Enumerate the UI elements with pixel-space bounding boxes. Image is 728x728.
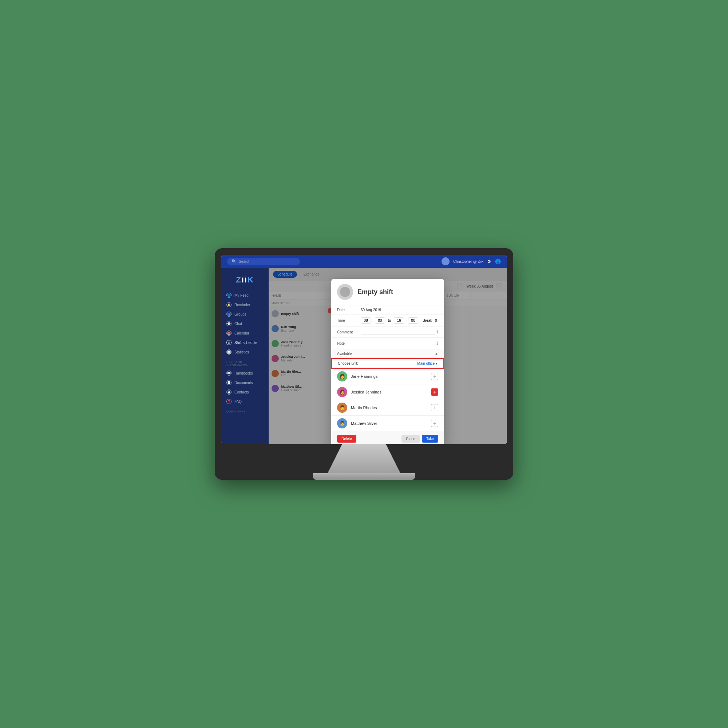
add-person-button[interactable]: + (431, 373, 438, 380)
add-person-active-button[interactable]: + (431, 388, 438, 396)
person-name: Matthew Silver (351, 421, 427, 425)
monitor-base (313, 473, 415, 480)
sidebar-item-shift-schedule[interactable]: ⊞ Shift schedule (221, 338, 269, 347)
unit-select[interactable]: Main office ▾ (417, 361, 437, 366)
available-row[interactable]: Available ▲ (331, 349, 444, 358)
date-value: 30 Aug 2019 (361, 308, 438, 312)
modal-title: Empty shift (358, 288, 393, 296)
close-button[interactable]: Close (401, 435, 420, 443)
app-body: ZiiK 🌐 My Feed 🔔 Reminder 👥 Groups 💬 Cha… (221, 268, 507, 444)
time-to-hour[interactable]: 16 (394, 317, 404, 324)
time-from-hour[interactable]: 08 (361, 317, 371, 324)
person-name: Jane Hannings (351, 374, 427, 379)
sidebar-label-my-feed: My Feed (234, 294, 249, 297)
sidebar-item-my-feed[interactable]: 🌐 My Feed (221, 291, 269, 300)
choose-unit-bar[interactable]: Choose unit: Main office ▾ (331, 358, 444, 369)
empty-shift-modal: Empty shift Date 30 Aug 2019 Time (331, 279, 444, 444)
navbar: 🔍 Search Christopher @ Ziik ⚙ 🌐 (221, 255, 507, 268)
content-area: Schedule Exchange ‹ Week 35 August › NAM… (269, 268, 507, 444)
time-group: 08 : 00 to 16 : 00 Break 0 (361, 317, 437, 324)
take-button[interactable]: Take (422, 435, 438, 443)
sidebar-label-handbooks: Handbooks (234, 371, 253, 375)
bar-chart-icon: 📊 (226, 349, 231, 355)
sidebar-label-shift-schedule: Shift schedule (234, 341, 257, 345)
globe-icon: 🌐 (226, 293, 231, 298)
info-icon: ℹ (436, 341, 438, 346)
sidebar-label-reminder: Reminder (234, 303, 250, 307)
modal-header: Empty shift (331, 279, 444, 305)
sidebar: ZiiK 🌐 My Feed 🔔 Reminder 👥 Groups 💬 Cha… (221, 268, 269, 444)
chevron-up-icon: ▲ (434, 352, 438, 356)
note-label: Note (337, 341, 361, 346)
avatar: 👩 (337, 371, 347, 381)
avatar: 👩 (337, 387, 347, 397)
date-label: Date (337, 308, 361, 312)
delete-button[interactable]: Delete (337, 435, 356, 443)
search-bar[interactable]: 🔍 Search (227, 258, 300, 265)
comment-label: Comment (337, 330, 361, 334)
break-value: 0 (435, 318, 437, 323)
date-field: Date 30 Aug 2019 (331, 305, 444, 315)
globe-icon[interactable]: 🌐 (495, 259, 501, 264)
note-field: Note ℹ (331, 338, 444, 349)
quicklinks-label: QUICKLINKS (221, 406, 269, 414)
comment-field: Comment ℹ (331, 327, 444, 338)
time-to-label: to (388, 318, 391, 323)
sidebar-item-handbooks[interactable]: 📖 Handbooks (221, 369, 269, 378)
time-to-min[interactable]: 00 (408, 317, 418, 324)
sidebar-label-chat: Chat (234, 322, 242, 326)
break-label: Break (423, 318, 432, 323)
time-field: Time 08 : 00 to 16 : 00 Break (331, 315, 444, 327)
help-section-label: HELP AND INFORMATION (221, 357, 269, 369)
choose-unit-label: Choose unit: (338, 361, 358, 366)
footer-btn-group: Close Take (401, 435, 438, 443)
sidebar-item-calendar[interactable]: 📅 Calendar (221, 328, 269, 338)
avatar: 👨 (337, 402, 347, 413)
list-item: 👩 Jane Hannings + (331, 369, 444, 384)
person-name: Jessica Jennings (351, 390, 427, 394)
sidebar-label-documents: Documents (234, 381, 253, 385)
sidebar-item-documents[interactable]: 📄 Documents (221, 378, 269, 387)
faq-icon: ❓ (226, 399, 231, 404)
monitor-stand (327, 444, 401, 473)
sidebar-item-chat[interactable]: 💬 Chat (221, 319, 269, 328)
document-icon: 📄 (226, 380, 231, 385)
note-input[interactable] (361, 340, 435, 346)
add-person-button[interactable]: + (431, 404, 438, 411)
add-person-button[interactable]: + (431, 420, 438, 427)
nav-right: Christopher @ Ziik ⚙ 🌐 (442, 257, 501, 265)
person-name: Martin Rhodes (351, 405, 427, 410)
time-from-min[interactable]: 00 (375, 317, 385, 324)
list-item: 👨 Martin Rhodes + (331, 400, 444, 416)
available-label: Available (337, 352, 352, 356)
time-label: Time (337, 318, 361, 323)
chat-icon: 💬 (226, 321, 231, 326)
sidebar-label-contacts: Contacts (234, 390, 249, 394)
sidebar-label-groups: Groups (234, 312, 246, 316)
sidebar-item-contacts[interactable]: 📇 Contacts (221, 387, 269, 397)
search-placeholder: Search (239, 260, 251, 263)
avatar: 👨 (337, 418, 347, 428)
username-label: Christopher @ Ziik (453, 260, 483, 263)
sidebar-label-faq: FAQ (234, 400, 242, 404)
sidebar-item-reminder[interactable]: 🔔 Reminder (221, 300, 269, 309)
avatar (442, 257, 450, 265)
modal-overlay: Empty shift Date 30 Aug 2019 Time (269, 268, 507, 444)
list-item: 👩 Jessica Jennings + (331, 384, 444, 400)
monitor-screen: 🔍 Search Christopher @ Ziik ⚙ 🌐 ZiiK 🌐 M… (221, 255, 507, 444)
monitor: 🔍 Search Christopher @ Ziik ⚙ 🌐 ZiiK 🌐 M… (215, 248, 513, 480)
modal-avatar (337, 284, 353, 300)
info-icon: ℹ (436, 329, 438, 335)
sidebar-label-statistics: Statistics (234, 350, 249, 354)
sidebar-item-groups[interactable]: 👥 Groups (221, 309, 269, 319)
sidebar-item-faq[interactable]: ❓ FAQ (221, 397, 269, 406)
bell-icon: 🔔 (226, 302, 231, 307)
comment-input[interactable] (361, 329, 435, 335)
gear-icon[interactable]: ⚙ (487, 259, 491, 264)
sidebar-item-statistics[interactable]: 📊 Statistics (221, 347, 269, 357)
users-icon: 👥 (226, 312, 231, 317)
modal-body: Date 30 Aug 2019 Time 08 : 00 to (331, 305, 444, 431)
avatar-placeholder (340, 287, 350, 297)
logo: ZiiK (221, 272, 269, 291)
search-icon: 🔍 (231, 259, 237, 264)
